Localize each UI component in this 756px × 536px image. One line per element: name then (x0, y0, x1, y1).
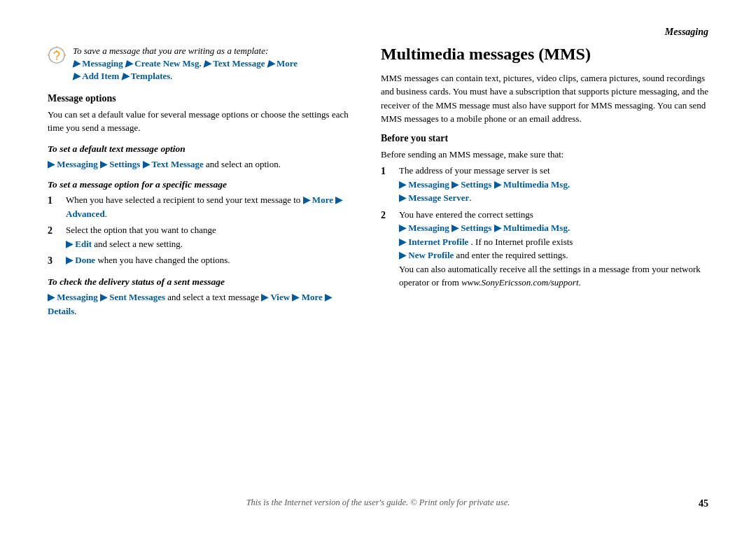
left-column: To save a message that you are writing a… (48, 45, 356, 491)
svg-point-2 (56, 58, 57, 59)
before-you-start-body: Before sending an MMS message, make sure… (381, 148, 708, 162)
mms-intro: MMS messages can contain text, pictures,… (381, 71, 708, 126)
page-title: Multimedia messages (MMS) (381, 45, 708, 64)
section-message-options-heading: Message options (48, 93, 356, 104)
before-you-start-list: 1 The address of your message server is … (381, 164, 708, 290)
chapter-title: Messaging (665, 27, 708, 38)
list-item: 1 The address of your message server is … (381, 164, 708, 205)
section-default-option-heading: To set a default text message option (48, 143, 356, 155)
svg-line-5 (50, 49, 51, 50)
specific-option-list: 1 When you have selected a recipient to … (48, 193, 356, 268)
page: Messaging To save (0, 0, 756, 536)
footer: This is the Internet version of the user… (48, 491, 708, 508)
list-item: 1 When you have selected a recipient to … (48, 193, 356, 220)
tip-text-block: To save a message that you are writing a… (73, 45, 298, 83)
footer-text: This is the Internet version of the user… (246, 498, 510, 507)
list-item: 3 ▶ Done when you have changed the optio… (48, 253, 356, 268)
tip-icon (48, 46, 66, 64)
tip-step-1: ▶ Messaging ▶ Create New Msg. ▶ Text Mes… (73, 58, 298, 69)
section-message-options-body: You can set a default value for several … (48, 108, 356, 135)
tip-intro: To save a message that you are writing a… (73, 45, 268, 56)
page-header: Messaging (48, 27, 708, 38)
tip-step-2: ▶ Add Item ▶ Templates. (73, 71, 173, 81)
list-item: 2 You have entered the correct settings … (381, 208, 708, 290)
list-item: 2 Select the option that you want to cha… (48, 223, 356, 251)
arrow-icon: ▶ (73, 58, 80, 69)
page-number: 45 (699, 498, 708, 509)
section-default-option-menu: ▶ Messaging ▶ Settings ▶ Text Message an… (48, 157, 356, 171)
before-you-start-heading: Before you start (381, 133, 708, 144)
svg-line-4 (62, 49, 62, 50)
section-delivery-heading: To check the delivery status of a sent m… (48, 276, 356, 288)
tip-box: To save a message that you are writing a… (48, 45, 356, 83)
right-column: Multimedia messages (MMS) MMS messages c… (381, 45, 708, 491)
section-specific-option-heading: To set a message option for a specific m… (48, 179, 356, 190)
main-content: To save a message that you are writing a… (48, 45, 708, 491)
section-delivery-menu: ▶ Messaging ▶ Sent Messages and select a… (48, 290, 356, 318)
